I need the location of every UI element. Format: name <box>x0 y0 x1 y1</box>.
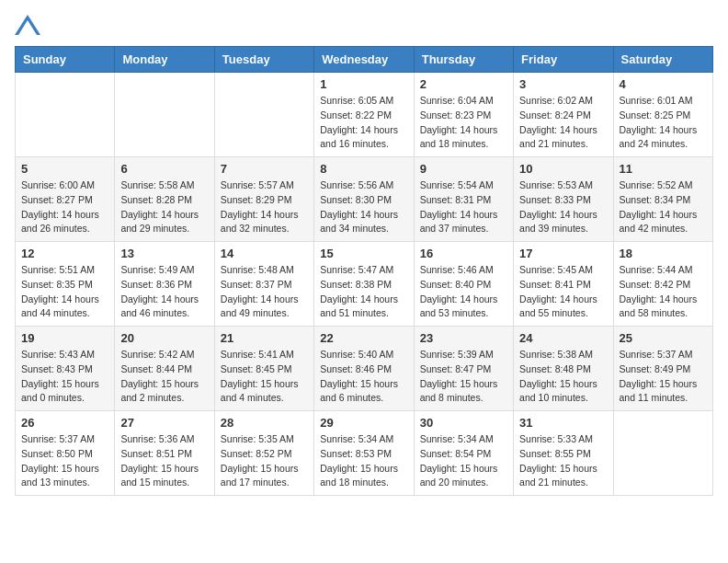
weekday-header-monday: Monday <box>115 47 214 73</box>
day-info-line: Daylight: 14 hours <box>620 209 698 220</box>
day-info: Sunrise: 5:52 AMSunset: 8:34 PMDaylight:… <box>620 178 707 236</box>
calendar-cell <box>613 411 712 496</box>
day-number: 7 <box>221 162 308 176</box>
day-info-line: Daylight: 14 hours <box>320 293 398 304</box>
day-info-line: Sunset: 8:48 PM <box>519 363 591 374</box>
day-info: Sunrise: 5:45 AMSunset: 8:41 PMDaylight:… <box>519 263 607 321</box>
day-number: 15 <box>320 247 407 260</box>
day-number: 6 <box>120 162 208 176</box>
calendar-cell <box>214 73 313 157</box>
calendar-cell: 25Sunrise: 5:37 AMSunset: 8:49 PMDayligh… <box>613 327 712 411</box>
day-info-line: Sunrise: 5:38 AM <box>519 349 593 360</box>
day-number: 12 <box>21 247 108 260</box>
day-info-line: Daylight: 15 hours <box>320 463 398 474</box>
day-info-line: Sunrise: 5:43 AM <box>21 349 95 360</box>
day-info-line: and 46 minutes. <box>120 307 189 318</box>
day-info-line: and 11 minutes. <box>620 392 688 403</box>
day-info-line: Sunset: 8:53 PM <box>320 448 392 459</box>
calendar-cell: 22Sunrise: 5:40 AMSunset: 8:46 PMDayligh… <box>314 327 414 411</box>
day-info: Sunrise: 5:48 AMSunset: 8:37 PMDaylight:… <box>221 263 308 321</box>
day-number: 23 <box>420 331 507 345</box>
day-info-line: and 29 minutes. <box>120 223 189 234</box>
day-info-line: Daylight: 15 hours <box>21 378 99 389</box>
calendar-cell: 6Sunrise: 5:58 AMSunset: 8:28 PMDaylight… <box>115 157 214 242</box>
day-number: 21 <box>221 331 308 345</box>
day-info-line: Sunset: 8:38 PM <box>320 279 392 290</box>
day-info: Sunrise: 5:43 AMSunset: 8:43 PMDaylight:… <box>21 348 108 406</box>
calendar-cell: 10Sunrise: 5:53 AMSunset: 8:33 PMDayligh… <box>514 157 613 242</box>
day-info-line: and 21 minutes. <box>519 138 588 149</box>
day-number: 30 <box>420 416 507 430</box>
day-info-line: Daylight: 14 hours <box>620 124 698 135</box>
day-number: 20 <box>120 331 208 345</box>
day-info-line: Sunset: 8:55 PM <box>519 448 591 459</box>
day-info-line: Sunset: 8:37 PM <box>221 279 292 290</box>
day-info-line: Sunset: 8:36 PM <box>120 279 192 290</box>
calendar-week-1: 1Sunrise: 6:05 AMSunset: 8:22 PMDaylight… <box>16 73 713 157</box>
day-info-line: Daylight: 14 hours <box>221 209 299 220</box>
day-info-line: and 39 minutes. <box>519 223 588 234</box>
day-number: 31 <box>519 416 607 430</box>
day-info-line: Daylight: 14 hours <box>519 209 597 220</box>
calendar-cell: 18Sunrise: 5:44 AMSunset: 8:42 PMDayligh… <box>613 242 712 327</box>
day-number: 22 <box>320 331 407 345</box>
logo-icon <box>15 15 40 35</box>
calendar-week-2: 5Sunrise: 6:00 AMSunset: 8:27 PMDaylight… <box>16 157 713 242</box>
day-info-line: and 21 minutes. <box>519 477 588 488</box>
day-info-line: Sunset: 8:40 PM <box>420 279 492 290</box>
weekday-header-thursday: Thursday <box>414 47 513 73</box>
calendar-cell: 8Sunrise: 5:56 AMSunset: 8:30 PMDaylight… <box>314 157 414 242</box>
day-info-line: Sunset: 8:43 PM <box>21 363 93 374</box>
day-number: 2 <box>420 77 507 91</box>
day-info-line: Sunset: 8:51 PM <box>120 448 192 459</box>
day-info: Sunrise: 5:44 AMSunset: 8:42 PMDaylight:… <box>620 263 707 321</box>
day-number: 9 <box>420 162 507 176</box>
calendar-cell: 23Sunrise: 5:39 AMSunset: 8:47 PMDayligh… <box>414 327 513 411</box>
day-info-line: Sunrise: 5:48 AM <box>221 264 294 275</box>
day-info: Sunrise: 5:54 AMSunset: 8:31 PMDaylight:… <box>420 178 507 236</box>
calendar-week-3: 12Sunrise: 5:51 AMSunset: 8:35 PMDayligh… <box>16 242 713 327</box>
day-info-line: Daylight: 15 hours <box>221 463 299 474</box>
day-info: Sunrise: 5:56 AMSunset: 8:30 PMDaylight:… <box>320 178 407 236</box>
day-info-line: Daylight: 14 hours <box>120 209 199 220</box>
weekday-header-wednesday: Wednesday <box>314 47 414 73</box>
day-info-line: Sunset: 8:35 PM <box>21 279 93 290</box>
calendar-cell <box>16 73 115 157</box>
calendar-cell: 28Sunrise: 5:35 AMSunset: 8:52 PMDayligh… <box>214 411 313 496</box>
calendar-cell: 1Sunrise: 6:05 AMSunset: 8:22 PMDaylight… <box>314 73 414 157</box>
day-number: 11 <box>620 162 707 176</box>
calendar-cell: 20Sunrise: 5:42 AMSunset: 8:44 PMDayligh… <box>115 327 214 411</box>
day-info: Sunrise: 5:36 AMSunset: 8:51 PMDaylight:… <box>120 432 208 490</box>
day-info-line: and 13 minutes. <box>21 477 90 488</box>
calendar-cell: 13Sunrise: 5:49 AMSunset: 8:36 PMDayligh… <box>115 242 214 327</box>
day-info-line: Sunset: 8:30 PM <box>320 194 392 205</box>
day-info-line: and 20 minutes. <box>420 477 489 488</box>
day-info: Sunrise: 6:00 AMSunset: 8:27 PMDaylight:… <box>21 178 108 236</box>
day-info: Sunrise: 5:38 AMSunset: 8:48 PMDaylight:… <box>519 348 607 406</box>
day-info-line: and 58 minutes. <box>620 307 688 318</box>
day-info: Sunrise: 6:01 AMSunset: 8:25 PMDaylight:… <box>620 94 707 152</box>
day-info-line: and 8 minutes. <box>420 392 483 403</box>
day-info-line: Sunrise: 5:37 AM <box>620 349 693 360</box>
day-info-line: Sunset: 8:28 PM <box>120 194 192 205</box>
day-info-line: Daylight: 14 hours <box>420 209 498 220</box>
calendar-cell: 11Sunrise: 5:52 AMSunset: 8:34 PMDayligh… <box>613 157 712 242</box>
day-info-line: Daylight: 15 hours <box>519 378 597 389</box>
day-info: Sunrise: 6:04 AMSunset: 8:23 PMDaylight:… <box>420 94 507 152</box>
day-info: Sunrise: 5:39 AMSunset: 8:47 PMDaylight:… <box>420 348 507 406</box>
day-number: 26 <box>21 416 108 430</box>
day-info-line: Daylight: 15 hours <box>420 463 498 474</box>
day-info: Sunrise: 5:34 AMSunset: 8:53 PMDaylight:… <box>320 432 407 490</box>
day-info-line: and 16 minutes. <box>320 138 389 149</box>
calendar-cell: 4Sunrise: 6:01 AMSunset: 8:25 PMDaylight… <box>613 73 712 157</box>
day-info: Sunrise: 5:46 AMSunset: 8:40 PMDaylight:… <box>420 263 507 321</box>
day-info-line: Sunset: 8:47 PM <box>420 363 492 374</box>
day-info-line: Sunrise: 5:58 AM <box>120 179 194 190</box>
day-info-line: Sunset: 8:27 PM <box>21 194 93 205</box>
day-info-line: Daylight: 15 hours <box>519 463 597 474</box>
calendar-cell <box>115 73 214 157</box>
day-number: 18 <box>620 247 707 260</box>
day-info-line: Daylight: 14 hours <box>320 209 398 220</box>
logo <box>15 15 44 35</box>
day-info-line: Sunrise: 5:37 AM <box>21 433 95 444</box>
